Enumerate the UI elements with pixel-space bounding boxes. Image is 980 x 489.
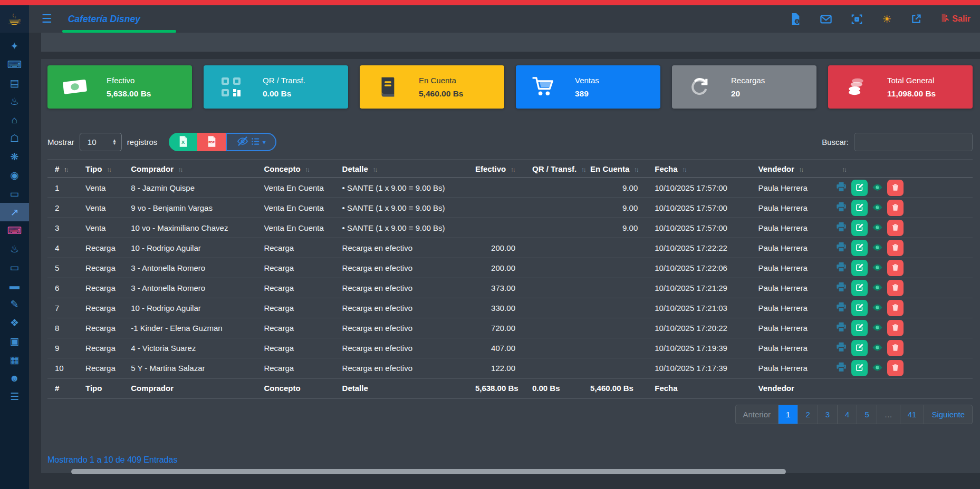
sidebar-item-money[interactable]: ▭ xyxy=(0,258,29,277)
sidebar-item-register-pink[interactable]: ⌨ xyxy=(0,221,29,240)
sidebar-item-pos-terminal[interactable]: ▦ xyxy=(0,350,29,369)
pagination-page-5[interactable]: 5 xyxy=(857,405,876,424)
sidebar-item-cash-register[interactable]: ⌨ xyxy=(0,55,29,74)
delete-button[interactable] xyxy=(887,220,904,236)
print-button[interactable] xyxy=(835,281,847,295)
sidebar-item-fast-food[interactable]: ❋ xyxy=(0,148,29,166)
view-button[interactable] xyxy=(872,242,883,255)
edit-button[interactable] xyxy=(851,200,868,216)
print-button[interactable] xyxy=(835,361,847,375)
print-button[interactable] xyxy=(835,181,847,194)
delete-button[interactable] xyxy=(887,240,904,256)
brand-title[interactable]: Cafetería Disney xyxy=(68,14,140,25)
app-logo[interactable]: ☕ xyxy=(0,5,29,33)
print-button[interactable] xyxy=(835,341,847,355)
edit-button[interactable] xyxy=(851,280,868,296)
sidebar-item-promotions[interactable]: ✦ xyxy=(0,37,29,55)
pagination-page-3[interactable]: 3 xyxy=(818,405,837,424)
cell-detalle: Recarga en efectivo xyxy=(335,238,468,258)
sidebar-item-dining-menu-2[interactable]: ♨ xyxy=(0,240,29,258)
print-button[interactable] xyxy=(835,261,847,275)
view-button[interactable] xyxy=(872,222,883,234)
pagination-previous-button[interactable]: Anterior xyxy=(736,405,779,424)
view-button[interactable] xyxy=(872,342,883,355)
column-header-[interactable]: #↑↓ xyxy=(47,160,78,178)
print-button[interactable] xyxy=(835,221,847,234)
delete-button[interactable] xyxy=(887,260,904,276)
view-button[interactable] xyxy=(872,302,883,315)
column-header-fecha[interactable]: Fecha↑↓ xyxy=(647,160,751,178)
menu-toggle-button[interactable]: ☰ xyxy=(42,12,52,26)
delete-button[interactable] xyxy=(887,340,904,356)
delete-button[interactable] xyxy=(887,200,904,216)
edit-button[interactable] xyxy=(851,260,868,276)
sidebar-item-list-menu[interactable]: ☰ xyxy=(0,387,29,406)
print-button[interactable] xyxy=(835,321,847,335)
export-excel-button[interactable]: X xyxy=(169,133,197,151)
search-input[interactable] xyxy=(854,133,973,151)
report-file-icon[interactable] xyxy=(790,13,801,25)
view-button[interactable] xyxy=(872,362,883,375)
column-header-tipo[interactable]: Tipo↑↓ xyxy=(78,160,123,178)
delete-button[interactable] xyxy=(887,280,904,296)
edit-button[interactable] xyxy=(851,240,868,256)
column-header-detalle[interactable]: Detalle↑↓ xyxy=(335,160,468,178)
print-button[interactable] xyxy=(835,201,847,214)
pagination-page-2[interactable]: 2 xyxy=(798,405,817,424)
edit-pencil-icon xyxy=(855,223,864,233)
mail-icon[interactable] xyxy=(820,15,832,24)
delete-button[interactable] xyxy=(887,320,904,336)
sidebar-item-dishes[interactable]: ◉ xyxy=(0,166,29,184)
column-header-vendedor[interactable]: Vendedor↑↓ xyxy=(751,160,830,178)
sidebar-item-sales-report[interactable]: ↗ xyxy=(0,203,29,221)
delete-button[interactable] xyxy=(887,300,904,316)
edit-button[interactable] xyxy=(851,320,868,336)
edit-button[interactable] xyxy=(851,180,868,196)
sidebar-item-credit-card[interactable]: ▬ xyxy=(0,277,29,295)
sidebar-item-cash-bill[interactable]: ▭ xyxy=(0,184,29,203)
camera-icon[interactable] xyxy=(851,14,862,25)
sidebar-item-receipt-edit[interactable]: ✎ xyxy=(0,295,29,314)
export-pdf-button[interactable]: PDF xyxy=(197,133,226,151)
delete-button[interactable] xyxy=(887,360,904,376)
sidebar-item-hands-money[interactable]: ❖ xyxy=(0,314,29,332)
scrollbar-thumb[interactable] xyxy=(71,469,786,474)
edit-button[interactable] xyxy=(851,300,868,316)
page-size-select[interactable]: 10 ▲▼ xyxy=(80,133,122,151)
edit-button[interactable] xyxy=(851,340,868,356)
sidebar-item-customer-card[interactable]: ▤ xyxy=(0,74,29,92)
print-button[interactable] xyxy=(835,241,847,255)
sidebar-item-inventory-boxes[interactable]: ▣ xyxy=(0,332,29,350)
view-button[interactable] xyxy=(872,182,883,194)
view-button[interactable] xyxy=(872,322,883,335)
logout-button[interactable]: Salir xyxy=(941,13,971,25)
sidebar-item-families[interactable]: ⌂ xyxy=(0,111,29,129)
column-header-en-cuenta[interactable]: En Cuenta↑↓ xyxy=(583,160,647,178)
delete-button[interactable] xyxy=(887,180,904,196)
sidebar-item-store[interactable]: ☖ xyxy=(0,129,29,148)
column-header-efectivo[interactable]: Efectivo↑↓ xyxy=(468,160,525,178)
table-header: #↑↓Tipo↑↓Comprador↑↓Concepto↑↓Detalle↑↓E… xyxy=(47,160,973,178)
sidebar-item-dining-menu[interactable]: ♨ xyxy=(0,92,29,111)
column-header-qr-transf[interactable]: QR / Transf.↑↓ xyxy=(525,160,583,178)
view-button[interactable] xyxy=(872,282,883,295)
pagination-page-1[interactable]: 1 xyxy=(778,405,798,424)
external-link-icon[interactable] xyxy=(911,14,921,24)
pagination-ellipsis[interactable]: … xyxy=(877,405,900,424)
svg-text:PDF: PDF xyxy=(208,141,215,144)
column-header-concepto[interactable]: Concepto↑↓ xyxy=(256,160,334,178)
view-button[interactable] xyxy=(872,202,883,214)
theme-sun-icon[interactable]: ☀ xyxy=(882,13,891,25)
pagination-page-4[interactable]: 4 xyxy=(837,405,857,424)
cell-encuenta: 9.00 xyxy=(583,178,647,198)
print-button[interactable] xyxy=(835,301,847,315)
column-header-actions[interactable]: ↑↓ xyxy=(830,160,973,178)
pagination-next-button[interactable]: Siguiente xyxy=(924,405,972,424)
view-button[interactable] xyxy=(872,262,883,275)
column-header-comprador[interactable]: Comprador↑↓ xyxy=(123,160,256,178)
sidebar-item-employee-badge[interactable]: ☻ xyxy=(0,369,29,387)
pagination-page-41[interactable]: 41 xyxy=(900,405,924,424)
column-visibility-button[interactable]: ▾ xyxy=(226,133,276,151)
edit-button[interactable] xyxy=(851,220,868,236)
edit-button[interactable] xyxy=(851,360,868,376)
